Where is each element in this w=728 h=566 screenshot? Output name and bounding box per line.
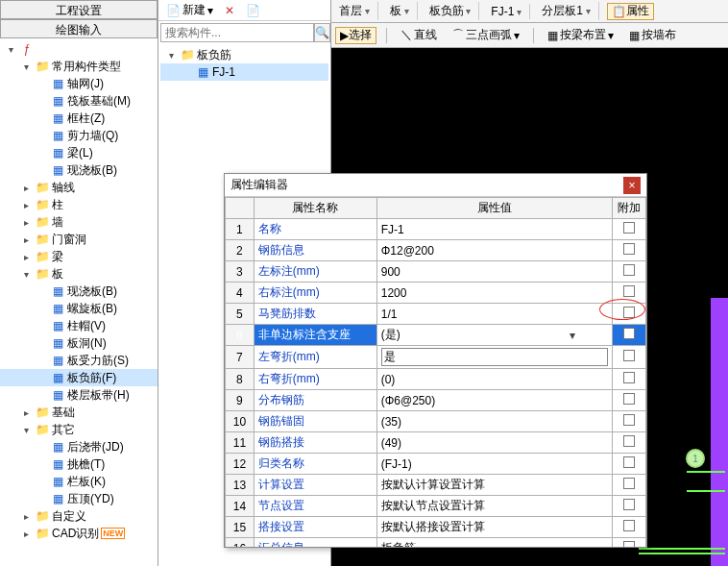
tree-twisty[interactable] [35, 284, 48, 298]
property-value-cell[interactable]: (35) [376, 411, 612, 432]
tree-item[interactable]: ▸轴线 [0, 179, 158, 196]
tree-item[interactable]: ▦筏板基础(M) [0, 92, 158, 110]
tree-twisty[interactable] [35, 111, 48, 125]
property-row[interactable]: 6非单边标注含支座(是)▾ [226, 325, 646, 346]
panel-header-project[interactable]: 工程设置 [0, 0, 158, 19]
tree-twisty[interactable] [35, 163, 48, 177]
type-select[interactable]: 板负筋 [425, 2, 480, 20]
property-value-cell[interactable]: 板负筋 [376, 538, 612, 548]
tree-item[interactable]: ▦现浇板(B) [0, 161, 158, 179]
tree-twisty[interactable]: ▸ [19, 509, 33, 523]
property-addl-cell[interactable] [612, 346, 645, 369]
checkbox[interactable] [623, 435, 635, 447]
layer-select[interactable]: 分层板1 [538, 2, 598, 20]
tree-item[interactable]: ▸门窗洞 [0, 231, 158, 248]
property-row[interactable]: 14节点设置按默认节点设置计算 [226, 496, 646, 517]
checkbox[interactable] [623, 372, 635, 383]
checkbox[interactable] [623, 393, 635, 405]
checkbox[interactable] [623, 350, 635, 361]
tree-twisty[interactable]: ▾ [164, 48, 178, 62]
property-row[interactable]: 15搭接设置按默认搭接设置计算 [226, 517, 646, 538]
tree-item[interactable]: ▦轴网(J) [0, 75, 158, 92]
tree-item[interactable]: ▦框柱(Z) [0, 110, 158, 127]
search-button[interactable]: 🔍 [314, 23, 330, 42]
tree-twisty[interactable] [35, 319, 48, 332]
property-value-cell[interactable]: 1/1 [376, 304, 612, 325]
tree-item[interactable]: ▦螺旋板(B) [0, 300, 158, 317]
tree-twisty[interactable]: ▸ [19, 181, 33, 194]
property-addl-cell[interactable] [612, 219, 645, 240]
tree-twisty[interactable] [35, 336, 48, 350]
property-value-cell[interactable]: (49) [376, 432, 612, 454]
tree-item[interactable]: ▦挑檐(T) [0, 455, 158, 473]
checkbox[interactable] [623, 414, 635, 426]
tree-item[interactable]: ▦梁(L) [0, 144, 158, 161]
property-addl-cell[interactable] [612, 304, 645, 325]
select-tool[interactable]: ▶ 选择 [335, 27, 376, 44]
by-beam-tool[interactable]: ▦ 按梁布置 ▾ [544, 26, 618, 44]
search-input[interactable] [160, 23, 314, 42]
property-value-cell[interactable]: 按默认节点设置计算 [376, 496, 612, 517]
tree-item[interactable]: ▦楼层板带(H) [0, 386, 158, 404]
checkbox[interactable] [623, 222, 635, 234]
category-select[interactable]: 板 [386, 2, 418, 20]
property-row[interactable]: 3左标注(mm)900 [226, 261, 646, 283]
tree-twisty[interactable] [35, 94, 48, 108]
tree-twisty[interactable] [35, 354, 48, 367]
tree-twisty[interactable] [180, 65, 193, 79]
tree-item[interactable]: ▸梁 [0, 248, 158, 265]
tree-item[interactable]: ▦板负筋(F) [0, 369, 158, 386]
tree-twisty[interactable]: ▾ [4, 42, 17, 56]
tree-twisty[interactable] [35, 440, 48, 454]
instance-item[interactable]: ▾板负筋 [160, 46, 328, 63]
property-row[interactable]: 5马凳筋排数1/1 [226, 304, 646, 325]
tree-item[interactable]: ▦剪力墙(Q) [0, 127, 158, 144]
tree-twisty[interactable]: ▸ [19, 250, 33, 263]
checkbox[interactable] [623, 541, 635, 547]
checkbox[interactable] [623, 478, 635, 489]
arc-tool[interactable]: ⌒ 三点画弧 ▾ [449, 26, 523, 44]
property-value-cell[interactable]: 1200 [376, 283, 612, 304]
tree-twisty[interactable] [35, 77, 48, 90]
tree-twisty[interactable]: ▾ [19, 423, 33, 436]
property-row[interactable]: 4右标注(mm)1200 [226, 283, 646, 304]
checkbox[interactable] [623, 499, 635, 510]
property-addl-cell[interactable] [612, 496, 645, 517]
new-button[interactable]: 📄 新建 ▾ [162, 1, 217, 19]
close-button[interactable]: × [623, 177, 641, 194]
instance-select[interactable]: FJ-1 [487, 4, 530, 19]
tree-item[interactable]: ▸柱 [0, 196, 158, 213]
tree-twisty[interactable]: ▾ [19, 60, 33, 73]
tree-twisty[interactable]: ▸ [19, 527, 33, 540]
instance-item[interactable]: ▦FJ-1 [160, 63, 328, 81]
property-addl-cell[interactable] [612, 411, 645, 432]
property-row[interactable]: 12归类名称(FJ-1) [226, 454, 646, 475]
panel-header-draw[interactable]: 绘图输入 [0, 19, 158, 38]
tree-item[interactable]: ▸自定义 [0, 507, 158, 525]
dialog-titlebar[interactable]: 属性编辑器 × [225, 174, 646, 197]
tree-twisty[interactable] [35, 475, 48, 488]
by-wall-tool[interactable]: ▦ 按墙布 [625, 26, 680, 44]
dropdown-arrow-icon[interactable]: ▾ [564, 325, 581, 345]
property-addl-cell[interactable] [612, 369, 645, 390]
checkbox[interactable] [623, 456, 635, 468]
property-grid[interactable]: 属性名称 属性值 附加 1名称FJ-12钢筋信息Φ12@2003左标注(mm)9… [225, 197, 646, 547]
tree-twisty[interactable]: ▸ [19, 233, 33, 246]
tree-item[interactable]: ▾板 [0, 265, 158, 283]
property-value-cell[interactable]: 900 [376, 261, 612, 283]
checkbox[interactable] [623, 328, 635, 339]
property-row[interactable]: 7左弯折(mm)是 [226, 346, 646, 369]
tree-item[interactable]: ▸墙 [0, 213, 158, 231]
tree-twisty[interactable]: ▾ [19, 267, 33, 281]
copy-button[interactable]: 📄 [242, 3, 264, 18]
property-addl-cell[interactable] [612, 475, 645, 496]
property-addl-cell[interactable] [612, 517, 645, 538]
property-value-cell[interactable]: 按默认计算设置计算 [376, 475, 612, 496]
tree-twisty[interactable] [35, 302, 48, 315]
property-value-cell[interactable]: 按默认搭接设置计算 [376, 517, 612, 538]
property-value-cell[interactable]: (Φ6@250) [376, 390, 612, 411]
attributes-button[interactable]: 📋 属性 [607, 3, 654, 20]
tree-item[interactable]: ▾常用构件类型 [0, 58, 158, 75]
line-tool[interactable]: ＼ 直线 [397, 26, 441, 44]
tree-twisty[interactable] [35, 388, 48, 402]
